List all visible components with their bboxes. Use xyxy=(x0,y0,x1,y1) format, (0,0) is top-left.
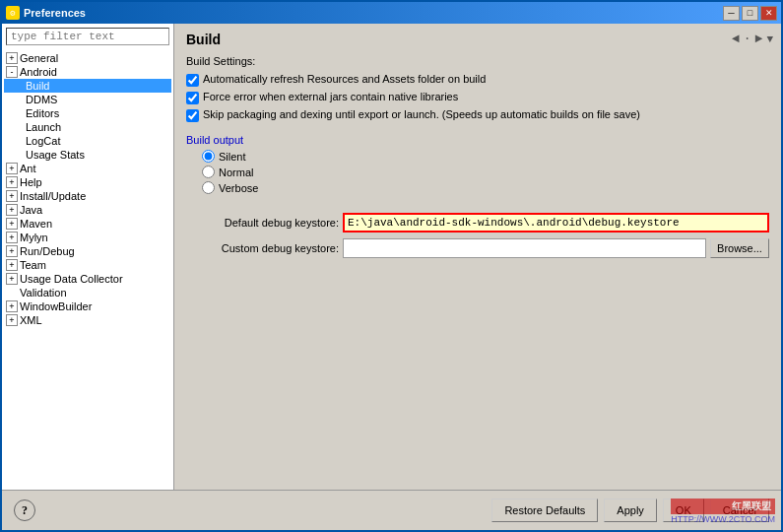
sidebar-item-android[interactable]: - Android xyxy=(4,65,171,79)
sidebar-item-ddms[interactable]: DDMS xyxy=(4,93,171,106)
nav-controls: ◄ · ► ▼ xyxy=(732,32,773,46)
sidebar-item-run-debug[interactable]: + Run/Debug xyxy=(4,244,171,258)
checkbox-skip-packaging-input[interactable] xyxy=(186,109,199,122)
checkbox-skip-packaging: Skip packaging and dexing until export o… xyxy=(186,108,769,122)
radio-verbose-label: Verbose xyxy=(219,182,258,194)
checkbox-force-error-label: Force error when external jars contain n… xyxy=(203,91,458,102)
back-icon[interactable]: ◄ xyxy=(732,32,740,46)
checkbox-force-error: Force error when external jars contain n… xyxy=(186,91,769,104)
default-keystore-row: Default debug keystore: xyxy=(186,213,769,233)
apply-button[interactable]: Apply xyxy=(604,499,657,522)
sidebar-item-build[interactable]: Build xyxy=(4,79,171,93)
panel-title: Build xyxy=(186,32,769,47)
dropdown-icon[interactable]: ▼ xyxy=(766,33,773,45)
expander-maven[interactable]: + xyxy=(6,218,18,230)
filter-input[interactable] xyxy=(6,28,169,45)
window-title: Preferences xyxy=(24,7,86,19)
custom-keystore-input[interactable] xyxy=(343,238,706,258)
expander-run-debug[interactable]: + xyxy=(6,245,18,257)
sidebar: + General - Android Build DDMS Editors xyxy=(2,24,174,490)
build-output-section: Build output Silent Normal Verbose xyxy=(186,134,769,197)
sidebar-item-install-update[interactable]: + Install/Update xyxy=(4,189,171,203)
help-button[interactable]: ? xyxy=(14,499,35,521)
sidebar-item-launch[interactable]: Launch xyxy=(4,120,171,134)
expander-java[interactable]: + xyxy=(6,204,18,216)
sidebar-item-help[interactable]: + Help xyxy=(4,175,171,189)
expander-udc[interactable]: + xyxy=(6,273,18,285)
close-button[interactable]: ✕ xyxy=(760,6,777,21)
build-output-title: Build output xyxy=(186,134,769,146)
expander-windowbuilder[interactable]: + xyxy=(6,300,18,312)
preferences-window: ⚙ Preferences ─ □ ✕ + General - A xyxy=(0,0,783,532)
restore-defaults-button[interactable]: Restore Defaults xyxy=(491,499,598,522)
custom-keystore-label: Custom debug keystore: xyxy=(186,242,339,254)
radio-normal: Normal xyxy=(186,166,769,178)
default-keystore-input[interactable] xyxy=(343,213,769,233)
checkbox-force-error-input[interactable] xyxy=(186,92,199,104)
sidebar-item-team[interactable]: + Team xyxy=(4,258,171,272)
expander-general[interactable]: + xyxy=(6,52,18,64)
expander-mylyn[interactable]: + xyxy=(6,232,18,243)
sidebar-item-maven[interactable]: + Maven xyxy=(4,217,171,231)
browse-button[interactable]: Browse... xyxy=(710,238,769,258)
bottom-bar: ? Restore Defaults Apply OK Cancel xyxy=(2,490,781,530)
minimize-button[interactable]: ─ xyxy=(723,6,740,21)
dot-icon: · xyxy=(744,32,751,46)
keystore-section: Default debug keystore: Custom debug key… xyxy=(186,213,769,264)
sidebar-item-logcat[interactable]: LogCat xyxy=(4,134,171,148)
main-content: + General - Android Build DDMS Editors xyxy=(2,24,781,490)
title-bar: ⚙ Preferences ─ □ ✕ xyxy=(2,2,781,24)
default-keystore-label: Default debug keystore: xyxy=(186,217,339,229)
sidebar-item-validation[interactable]: Validation xyxy=(4,286,171,299)
expander-install[interactable]: + xyxy=(6,190,18,202)
watermark: 红黑联盟 HTTP://WWW.2CTO.COM xyxy=(671,499,775,524)
sidebar-item-java[interactable]: + Java xyxy=(4,203,171,217)
radio-silent-label: Silent xyxy=(219,151,246,163)
watermark-brand: 红黑联盟 xyxy=(671,499,775,514)
radio-verbose: Verbose xyxy=(186,181,769,194)
radio-verbose-input[interactable] xyxy=(202,181,215,194)
expander-android[interactable]: - xyxy=(6,66,18,78)
window-controls: ─ □ ✕ xyxy=(723,6,777,21)
checkbox-auto-refresh-input[interactable] xyxy=(186,74,199,87)
sidebar-item-usage-stats[interactable]: Usage Stats xyxy=(4,148,171,162)
build-settings-label: Build Settings: xyxy=(186,55,769,67)
expander-ant[interactable]: + xyxy=(6,163,18,174)
watermark-url: HTTP://WWW.2CTO.COM xyxy=(671,514,775,524)
checkbox-auto-refresh-label: Automatically refresh Resources and Asse… xyxy=(203,73,486,85)
usage-data-collector-label: Usage Data Collector xyxy=(20,273,123,285)
radio-silent-input[interactable] xyxy=(202,150,215,163)
custom-keystore-row: Custom debug keystore: Browse... xyxy=(186,238,769,258)
expander-xml[interactable]: + xyxy=(6,314,18,326)
bottom-left: ? xyxy=(14,499,35,521)
sidebar-item-xml[interactable]: + XML xyxy=(4,313,171,327)
expander-team[interactable]: + xyxy=(6,259,18,271)
sidebar-item-usage-data-collector[interactable]: + Usage Data Collector xyxy=(4,272,171,286)
right-panel: ◄ · ► ▼ Build Build Settings: Automatica… xyxy=(174,24,781,490)
expander-help[interactable]: + xyxy=(6,176,18,188)
sidebar-item-editors[interactable]: Editors xyxy=(4,106,171,120)
sidebar-item-mylyn[interactable]: + Mylyn xyxy=(4,231,171,244)
title-bar-left: ⚙ Preferences xyxy=(6,6,86,20)
checkbox-auto-refresh: Automatically refresh Resources and Asse… xyxy=(186,73,769,87)
checkbox-skip-packaging-label: Skip packaging and dexing until export o… xyxy=(203,108,640,120)
tree: + General - Android Build DDMS Editors xyxy=(2,49,173,490)
forward-icon[interactable]: ► xyxy=(755,32,763,46)
window-icon: ⚙ xyxy=(6,6,20,20)
radio-silent: Silent xyxy=(186,150,769,163)
maximize-button[interactable]: □ xyxy=(742,6,758,21)
radio-normal-input[interactable] xyxy=(202,166,215,178)
sidebar-item-ant[interactable]: + Ant xyxy=(4,162,171,175)
radio-normal-label: Normal xyxy=(219,166,253,178)
sidebar-item-windowbuilder[interactable]: + WindowBuilder xyxy=(4,299,171,313)
sidebar-item-general[interactable]: + General xyxy=(4,51,171,65)
